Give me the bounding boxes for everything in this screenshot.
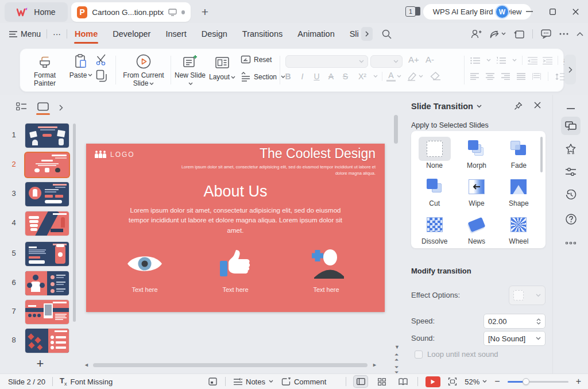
- slide-title-text[interactable]: The Coolest Design: [260, 146, 376, 161]
- transition-fade[interactable]: Fade: [498, 134, 540, 171]
- reset-button[interactable]: Reset: [241, 55, 272, 64]
- slide-thumbnail-1[interactable]: 1: [0, 124, 75, 149]
- collapse-ribbon-icon[interactable]: [577, 32, 583, 36]
- feature-followers[interactable]: Text here: [295, 246, 358, 293]
- outline-view-tab[interactable]: [16, 102, 27, 113]
- comment-bubble-icon[interactable]: [541, 29, 551, 38]
- checkbox-icon[interactable]: [415, 351, 423, 359]
- slideshow-play-button[interactable]: [425, 376, 440, 387]
- scroll-right-arrow[interactable]: ►: [372, 363, 377, 368]
- eraser-button[interactable]: [430, 72, 441, 80]
- previous-slide-button[interactable]: ⏶⏶: [394, 352, 399, 363]
- help-button[interactable]: [561, 210, 581, 228]
- ribbon-tab-transitions[interactable]: Transitions: [235, 26, 290, 42]
- history-button[interactable]: [561, 186, 581, 204]
- window-count-badge[interactable]: 1: [405, 6, 420, 17]
- zoom-out-button[interactable]: −: [494, 376, 500, 387]
- transition-cut[interactable]: Cut: [413, 172, 455, 209]
- more-tools-button[interactable]: [561, 234, 581, 252]
- slide-body-text[interactable]: Lorem ipsum dolor sit amet, consectetur …: [121, 206, 350, 236]
- add-slide-button[interactable]: +: [33, 356, 47, 371]
- decrease-font-size-button[interactable]: A-: [425, 55, 434, 64]
- slide-sorter-view-button[interactable]: [375, 376, 389, 387]
- format-painter-button[interactable]: Format Painter: [27, 53, 63, 87]
- slide-thumbnail-6[interactable]: 6: [0, 271, 75, 296]
- slide-thumbnail-3[interactable]: 3: [0, 182, 75, 207]
- copy-button[interactable]: [96, 70, 107, 82]
- slide-view-tab[interactable]: [37, 102, 49, 113]
- search-icon[interactable]: [382, 29, 392, 39]
- char-spacing-button[interactable]: A: [324, 72, 338, 81]
- strikethrough-button[interactable]: S: [338, 72, 353, 81]
- vertical-scrollbar[interactable]: [394, 115, 398, 144]
- slide-logo[interactable]: LOGO: [94, 151, 135, 159]
- slide-thumbnail-7[interactable]: 7: [0, 300, 75, 325]
- align-center-button[interactable]: [486, 73, 494, 80]
- effect-options-select[interactable]: [509, 286, 546, 305]
- share-user-icon[interactable]: [471, 29, 482, 38]
- zoom-level-select[interactable]: 52%: [465, 378, 487, 386]
- font-size-select[interactable]: [370, 55, 403, 68]
- panel-title[interactable]: Slide Transition: [411, 102, 482, 111]
- highlight-color-button[interactable]: [407, 72, 417, 81]
- font-missing-status[interactable]: Tx Font Missing: [60, 376, 113, 387]
- increase-font-size-button[interactable]: A+: [408, 55, 419, 64]
- menu-overflow-button[interactable]: ···: [47, 25, 67, 43]
- gallery-scrollbar[interactable]: [540, 137, 543, 172]
- pin-panel-icon[interactable]: [514, 102, 523, 110]
- transition-wipe[interactable]: Wipe: [455, 172, 497, 209]
- feature-likes[interactable]: Text here: [204, 246, 267, 293]
- transition-wheel[interactable]: Wheel: [498, 210, 540, 247]
- sound-select[interactable]: [No Sound]: [483, 331, 546, 346]
- font-color-button[interactable]: A: [386, 71, 396, 82]
- slide-subtitle-text[interactable]: Lorem ipsum dolor sit amet, consectetur …: [175, 164, 376, 177]
- slide-thumbnail-2-selected[interactable]: 2: [0, 153, 75, 178]
- ribbon-tab-home[interactable]: Home: [67, 26, 105, 42]
- zoom-in-button[interactable]: +: [576, 376, 581, 387]
- ribbon-expand-button[interactable]: [564, 55, 576, 84]
- increase-indent-button[interactable]: [543, 57, 552, 64]
- layout-button[interactable]: Layout: [206, 53, 238, 81]
- thumbnail-scrollbar[interactable]: [73, 124, 76, 322]
- fit-to-window-button[interactable]: [448, 378, 457, 386]
- distribute-button[interactable]: [532, 73, 541, 80]
- transition-pane-button[interactable]: [561, 117, 581, 135]
- ribbon-tab-slideshow-truncated[interactable]: Sli: [342, 26, 360, 42]
- ribbon-tab-animation[interactable]: Animation: [290, 26, 342, 42]
- expand-panel-chevron[interactable]: [59, 105, 63, 111]
- transition-none[interactable]: None: [413, 134, 455, 171]
- maximize-button[interactable]: [544, 5, 560, 18]
- bold-button[interactable]: B: [281, 72, 295, 81]
- transition-morph[interactable]: Morph: [455, 134, 497, 171]
- notes-button[interactable]: Notes: [234, 378, 273, 386]
- add-to-toolbar-icon[interactable]: [514, 30, 524, 38]
- menu-button[interactable]: Menu: [3, 25, 47, 43]
- wps-ai-preview-button[interactable]: WPS AI Early Bird Preview: [423, 4, 531, 20]
- slide-2-canvas[interactable]: LOGO The Coolest Design Lorem ipsum dolo…: [86, 144, 385, 312]
- tabs-overflow-chevron[interactable]: [361, 27, 373, 41]
- comment-button[interactable]: Comment: [281, 378, 326, 386]
- effects-star-button[interactable]: [561, 140, 581, 158]
- normal-view-button[interactable]: [354, 376, 368, 387]
- zoom-slider-handle[interactable]: [523, 378, 529, 385]
- settings-sliders-button[interactable]: [561, 163, 581, 181]
- justify-button[interactable]: [517, 73, 525, 80]
- paste-button[interactable]: Paste: [66, 53, 96, 79]
- slide-thumbnail-4[interactable]: 4: [0, 211, 75, 237]
- collapse-sidebar-button[interactable]: [561, 99, 581, 118]
- feature-views[interactable]: Text here: [113, 246, 176, 293]
- document-tab[interactable]: P Cartoon G...tion.pptx: [71, 2, 191, 22]
- placeholder-status-icon[interactable]: [208, 378, 217, 386]
- numbered-list-button[interactable]: [496, 57, 506, 64]
- cut-button[interactable]: [96, 54, 109, 66]
- decrease-indent-button[interactable]: [528, 57, 537, 64]
- align-left-button[interactable]: [470, 73, 479, 80]
- line-spacing-button[interactable]: [555, 73, 564, 80]
- share-button[interactable]: [490, 29, 506, 38]
- ribbon-tab-developer[interactable]: Developer: [105, 26, 158, 42]
- transition-news[interactable]: News: [455, 210, 497, 247]
- horizontal-scrollbar[interactable]: [93, 363, 368, 367]
- account-avatar[interactable]: W: [495, 5, 509, 19]
- font-family-select[interactable]: [285, 55, 368, 68]
- from-current-slide-button[interactable]: From Current Slide: [119, 53, 168, 87]
